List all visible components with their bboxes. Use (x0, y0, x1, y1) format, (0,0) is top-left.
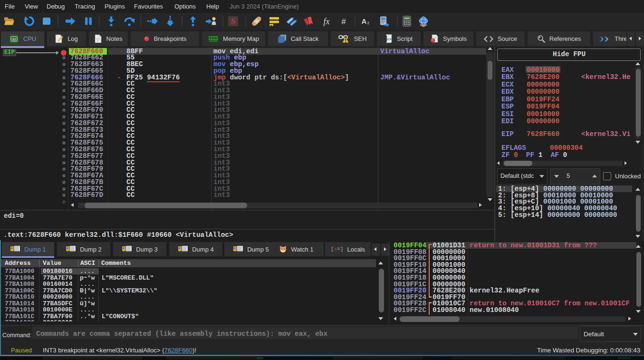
svg-text:A: A (362, 17, 367, 25)
svg-text:S: S (231, 17, 235, 26)
svg-text:<>: <> (387, 37, 392, 41)
svg-text:z: z (367, 20, 370, 25)
svg-text:fx: fx (324, 17, 330, 26)
svg-text:#: # (341, 17, 346, 26)
svg-text:32: 32 (12, 37, 16, 41)
